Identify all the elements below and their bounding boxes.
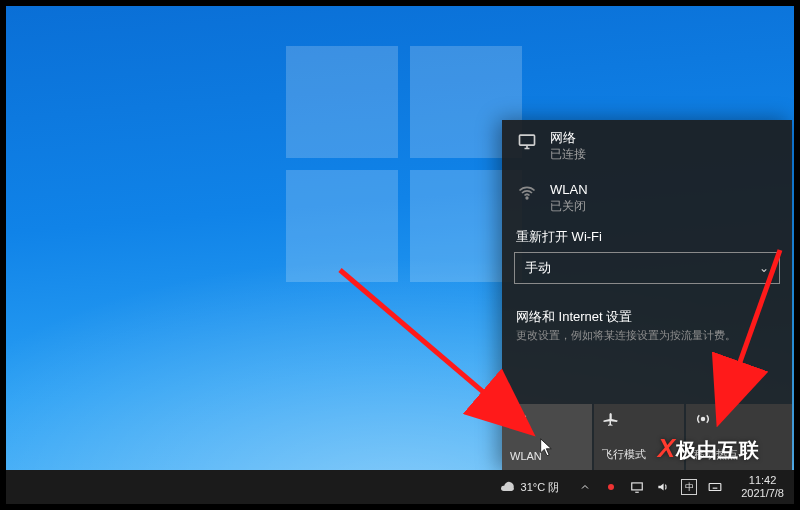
reopen-wifi-label: 重新打开 Wi-Fi [502,224,792,252]
tray-chevron-up-icon[interactable] [577,479,593,495]
tile-hotspot[interactable]: 移动热点 [686,404,792,470]
network-flyout: 网络 已连接 WLAN 已关闭 重新打开 Wi-Fi 手动 ⌄ 网络和 Inte… [502,120,792,470]
svg-rect-6 [709,484,721,491]
network-settings-link[interactable]: 网络和 Internet 设置 [502,284,792,328]
clock-date: 2021/7/8 [741,487,784,500]
tray-record-icon[interactable] [603,479,619,495]
tray-volume-icon[interactable] [655,479,671,495]
svg-point-3 [702,418,705,421]
tray-monitor-icon[interactable] [629,479,645,495]
wlan-title: WLAN [550,182,588,198]
windows-logo-watermark [286,46,526,286]
svg-rect-0 [520,135,535,145]
svg-point-4 [608,484,614,490]
wlan-status: 已关闭 [550,198,588,214]
network-settings-sub: 更改设置，例如将某连接设置为按流量计费。 [502,328,792,343]
tile-wlan[interactable]: WLAN [502,404,592,470]
monitor-icon [516,130,538,152]
taskbar: 31°C 阴 中 11:42 2021/7/8 [6,470,794,504]
taskbar-clock[interactable]: 11:42 2021/7/8 [731,474,794,500]
clock-time: 11:42 [741,474,784,487]
system-tray: 中 [569,479,731,495]
chevron-down-icon: ⌄ [759,261,769,275]
taskbar-weather[interactable]: 31°C 阴 [489,479,570,495]
quick-action-tiles: WLAN 飞行模式 [502,404,792,470]
tile-hotspot-label: 移动热点 [694,447,738,462]
airplane-icon [602,410,620,428]
tray-ime-icon[interactable]: 中 [681,479,697,495]
reopen-wifi-dropdown[interactable]: 手动 ⌄ [514,252,780,284]
ethernet-title: 网络 [550,130,586,146]
tray-keyboard-icon[interactable] [707,479,723,495]
hotspot-icon [694,410,712,428]
svg-point-1 [526,197,528,199]
tile-airplane[interactable]: 飞行模式 [594,404,684,470]
ethernet-status: 已连接 [550,146,586,162]
weather-text: 31°C 阴 [521,480,560,495]
svg-rect-5 [632,483,643,490]
cloud-icon [499,479,515,495]
tile-airplane-label: 飞行模式 [602,447,646,462]
cursor-icon [540,438,554,458]
network-wlan-row[interactable]: WLAN 已关闭 [502,172,792,224]
network-ethernet-row[interactable]: 网络 已连接 [502,120,792,172]
svg-point-2 [518,423,520,425]
dropdown-value: 手动 [525,259,551,277]
tile-wlan-label: WLAN [510,450,542,462]
wifi-icon [510,410,528,428]
wifi-off-icon [516,182,538,204]
